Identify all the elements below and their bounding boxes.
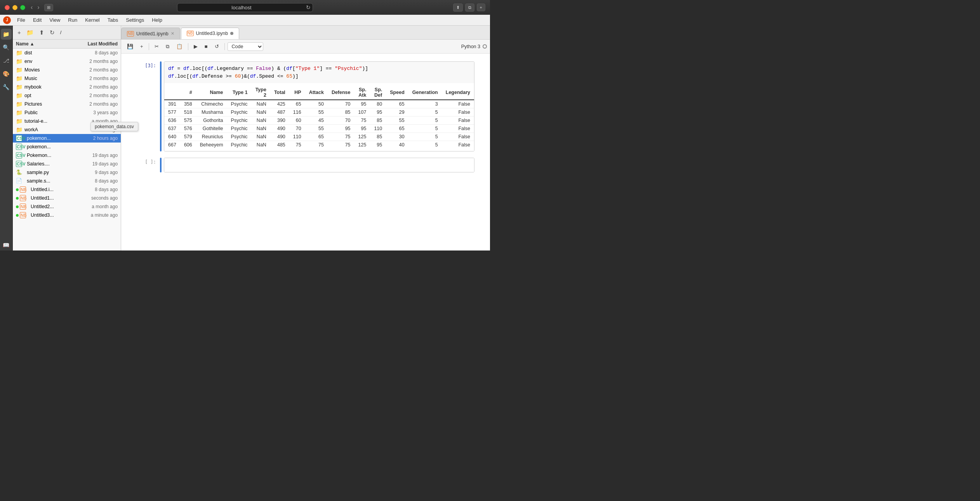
folder-icon: 📁	[16, 58, 22, 64]
kernel-status-circle	[483, 44, 487, 49]
cut-button[interactable]: ✂	[152, 42, 162, 50]
file-table-header: Name ▲ Last Modified	[13, 40, 121, 49]
file-name: sample.s...	[27, 178, 71, 184]
nav-buttons: ‹ › ⊞	[29, 4, 53, 11]
sidebar-icon-book[interactable]: 📖	[1, 240, 12, 250]
sidebar-icon-git[interactable]: ⎇	[1, 55, 12, 66]
file-name: mybook	[24, 84, 71, 90]
output-table: # Name Type 1 Type 2 Total HP Attack Def…	[164, 85, 474, 149]
list-item[interactable]: NB Untitled1... seconds ago	[13, 194, 121, 202]
forward-button[interactable]: ›	[36, 4, 41, 11]
list-item[interactable]: 📁 Pictures 2 months ago	[13, 100, 121, 108]
file-date: a minute ago	[71, 212, 118, 218]
titlebar: ‹ › ⊞ ↻ ⬆ ⧉ +	[0, 0, 490, 15]
cell-prompt-1: [3]:	[137, 61, 160, 68]
list-item[interactable]: NB Untitled2... a month ago	[13, 202, 121, 211]
sidebar-icon-search[interactable]: 🔍	[1, 42, 12, 53]
list-item[interactable]: 📁 opt 2 months ago	[13, 91, 121, 100]
maximize-button[interactable]	[20, 5, 25, 10]
file-name: Salaries....	[27, 161, 71, 167]
paste-button[interactable]: 📋	[174, 42, 185, 50]
sidebar-icon-palette[interactable]: 🎨	[1, 68, 12, 79]
csv-icon: CSV	[16, 135, 22, 141]
new-tab-button[interactable]: +	[477, 3, 485, 11]
dot-green	[16, 205, 19, 208]
txt-icon: 📄	[16, 178, 22, 184]
menu-tabs[interactable]: Tabs	[104, 16, 121, 24]
list-item-pokemon-selected[interactable]: CSV pokemon... 2 hours ago	[13, 134, 121, 143]
tab-untitled1[interactable]: NB Untitled1.ipynb ✕	[121, 28, 180, 39]
list-item[interactable]: 📁 dist 8 days ago	[13, 49, 121, 57]
copy-button[interactable]: ⧉	[163, 42, 172, 51]
list-item[interactable]: 📁 Movies 2 months ago	[13, 66, 121, 74]
share-button[interactable]: ⬆	[453, 3, 463, 12]
notebook-content: [3]: df = df.loc[(df.Legendary == False)…	[121, 54, 490, 250]
menu-edit[interactable]: Edit	[30, 16, 45, 24]
col-header-attack: Attack	[305, 85, 328, 100]
list-item[interactable]: 🐍 sample.py 9 days ago	[13, 168, 121, 177]
col-header-speed: Speed	[386, 85, 408, 100]
list-item[interactable]: CSV Salaries.... 19 days ago	[13, 160, 121, 168]
file-date: seconds ago	[71, 195, 118, 201]
folder-icon: 📁	[16, 50, 22, 56]
file-date: 2 months ago	[71, 84, 118, 90]
list-item[interactable]: CSV pokemon...	[13, 143, 121, 151]
window-layout-button[interactable]: ⊞	[44, 4, 53, 11]
upload-button[interactable]: ⬆	[38, 28, 46, 37]
close-button[interactable]	[5, 5, 10, 10]
menu-kernel[interactable]: Kernel	[82, 16, 103, 24]
cell-input-empty[interactable]	[164, 158, 474, 172]
list-item[interactable]: 📄 sample.s... 8 days ago	[13, 177, 121, 185]
folder-icon: 📁	[16, 67, 22, 73]
url-bar[interactable]	[177, 3, 313, 12]
menu-file[interactable]: File	[14, 16, 28, 24]
table-row: 667606BeheeyemPsychicNaN4857575751259540…	[164, 141, 474, 149]
sidebar-icon-files[interactable]: 📁	[1, 29, 12, 40]
back-button[interactable]: ‹	[29, 4, 34, 11]
new-file-button[interactable]: +	[16, 28, 23, 37]
menubar: J File Edit View Run Kernel Tabs Setting…	[0, 15, 490, 26]
col-header-hp: HP	[289, 85, 305, 100]
menu-view[interactable]: View	[46, 16, 63, 24]
col-header-spatk: Sp. Atk	[354, 85, 370, 100]
menu-run[interactable]: Run	[65, 16, 80, 24]
cell-content-empty[interactable]	[164, 158, 474, 172]
tab-close-button[interactable]: ✕	[171, 31, 174, 36]
run-button[interactable]: ▶	[191, 42, 200, 50]
refresh-button[interactable]: ↻	[48, 28, 56, 37]
menu-settings[interactable]: Settings	[123, 16, 147, 24]
folder-icon: 📁	[16, 75, 22, 82]
restart-button[interactable]: ↺	[212, 42, 222, 50]
add-cell-button[interactable]: +	[137, 42, 146, 50]
stop-button[interactable]: ■	[202, 42, 210, 50]
save-button[interactable]: 💾	[124, 42, 136, 50]
col-name-label[interactable]: Name	[16, 41, 29, 47]
cell-input-1[interactable]: df = df.loc[(df.Legendary == False) & (d…	[164, 62, 474, 83]
table-row: 636575GothoritaPsychicNaN390604570758555…	[164, 117, 474, 125]
list-item[interactable]: NB Untitled3... a minute ago	[13, 211, 121, 219]
new-folder-button[interactable]: 📁	[25, 28, 35, 37]
col-header-num: #	[180, 85, 196, 100]
list-item[interactable]: 📁 Music 2 months ago	[13, 74, 121, 83]
file-date-pokemon: 2 hours ago	[71, 136, 118, 141]
list-item[interactable]: CSV Pokemon... 19 days ago	[13, 151, 121, 160]
col-header-gen: Generation	[408, 85, 442, 100]
list-item[interactable]: 📁 env 2 months ago	[13, 57, 121, 66]
cell-type-select[interactable]: Code Markdown Raw	[228, 42, 263, 51]
file-date: 19 days ago	[71, 153, 118, 158]
py-icon: 🐍	[16, 169, 22, 176]
minimize-button[interactable]	[12, 5, 17, 10]
list-item[interactable]: NB Untitled.i... 8 days ago	[13, 185, 121, 194]
tab-untitled3[interactable]: NB Untitled3.ipynb	[181, 28, 240, 39]
file-date: 8 days ago	[71, 187, 118, 192]
tab-unsaved-dot	[230, 32, 233, 35]
list-item[interactable]: 📁 Public 3 years ago	[13, 108, 121, 117]
menu-help[interactable]: Help	[149, 16, 165, 24]
cell-content-1[interactable]: df = df.loc[(df.Legendary == False) & (d…	[164, 61, 474, 151]
file-name: opt	[24, 93, 71, 98]
kernel-label: Python 3	[461, 44, 480, 49]
list-item[interactable]: 📁 mybook 2 months ago	[13, 83, 121, 91]
pip-button[interactable]: ⧉	[465, 3, 474, 12]
titlebar-center: ↻	[177, 3, 313, 12]
sidebar-icon-wrench[interactable]: 🔧	[1, 82, 12, 92]
